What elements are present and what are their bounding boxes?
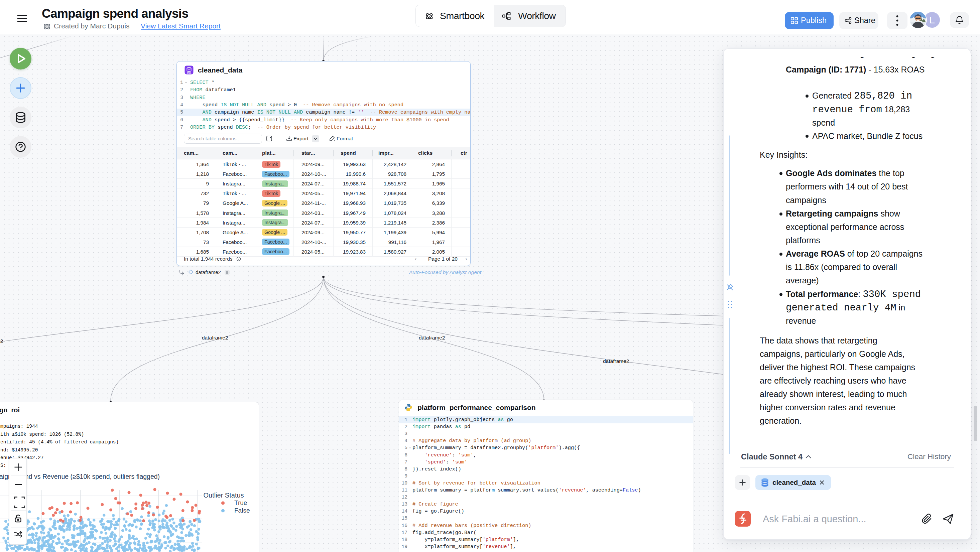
svg-text:SQL: SQL bbox=[187, 72, 191, 74]
svg-text:True: True bbox=[234, 499, 247, 506]
svg-text:Outlier Status: Outlier Status bbox=[203, 492, 243, 499]
svg-text:False: False bbox=[234, 507, 250, 514]
